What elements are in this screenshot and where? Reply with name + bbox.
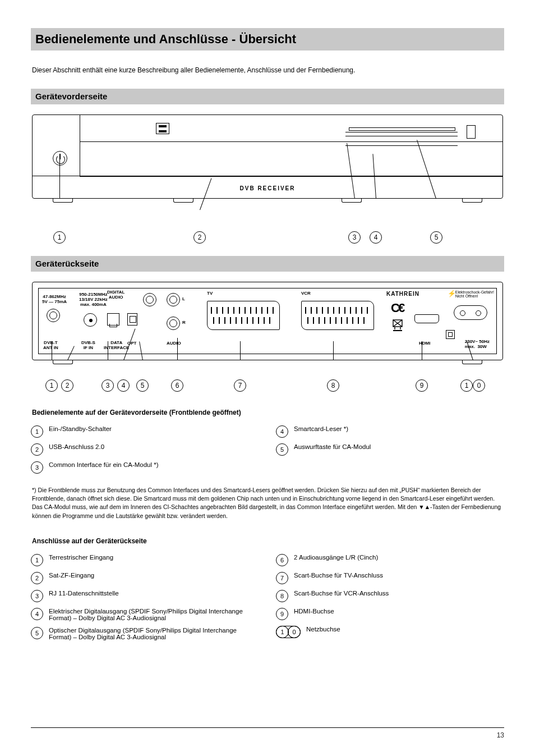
rear-callouts: 1 2 3 4 5 6 7 8 9 1 0 <box>32 360 503 392</box>
legend-row: 4Smartcard-Leser *) <box>276 425 504 438</box>
legend-number: 4 <box>31 608 43 620</box>
legend-row: 1Ein-/Standby-Schalter <box>31 425 259 438</box>
legend-number: 3 <box>31 590 43 602</box>
port-label: DIGITAL AUDIO <box>107 290 124 300</box>
callout-bubble: 2 <box>61 379 73 392</box>
legend-front-title: Bedienelemente auf der Gerätevorderseite… <box>32 409 503 416</box>
callout-bubble: 0 <box>473 379 485 392</box>
legend-text: RJ 11-Datenschnittstelle <box>49 590 259 597</box>
legend-number: 6 <box>276 554 288 566</box>
intro-text: Dieser Abschnitt enthält eine kurze Besc… <box>32 66 503 74</box>
legend-number: 4 <box>276 425 288 438</box>
legend-number: 9 <box>276 608 288 620</box>
legend-row: 62 Audioausgänge L/R (Cinch) <box>276 554 504 566</box>
legend-number: 1 <box>31 554 43 566</box>
legend-text: Netzbuchse <box>306 626 504 633</box>
legend-text: Elektrischer Digitalausgang (SPDIF Sony/… <box>49 608 259 621</box>
legend-row: 4Elektrischer Digitalausgang (SPDIF Sony… <box>31 608 259 621</box>
legend-row: 3Common Interface für ein CA-Modul *) <box>31 461 259 474</box>
legend-text: Smartcard-Leser *) <box>294 425 504 432</box>
mains-socket-icon <box>454 305 487 320</box>
callout-bubble: 6 <box>171 379 183 392</box>
rj11-port-icon <box>107 313 119 326</box>
legend-row: 2Sat-ZF-Eingang <box>31 572 259 584</box>
audio-port-icon <box>143 293 156 306</box>
hdmi-port-icon <box>414 314 439 323</box>
callout-bubble: 5 <box>430 231 442 244</box>
legend-number: 8 <box>276 590 288 602</box>
port-label: L <box>182 296 185 301</box>
legend-text: USB-Anschluss 2.0 <box>49 443 259 450</box>
callout-bubble: 3 <box>348 231 361 244</box>
callout-bubble: 1 <box>45 379 58 392</box>
legend-number: 7 <box>276 572 288 584</box>
power-button-icon <box>53 151 67 166</box>
device-label: DVB RECEIVER <box>239 185 295 191</box>
legend-row: 9HDMI-Buchse <box>276 608 504 620</box>
bolt-icon: ⚡ <box>448 290 456 297</box>
page-footer: 13 <box>31 727 504 739</box>
legend-text: Terrestrischer Eingang <box>49 554 259 561</box>
front-callouts: 1 2 3 4 5 <box>32 199 503 244</box>
callout-bubble: 7 <box>234 379 246 392</box>
spec-label: 47-862MHz 5V — 75mA <box>42 294 67 304</box>
ci-slot-icon <box>345 132 458 136</box>
legend-rear: Anschlüsse auf der Geräterückseite 1Terr… <box>31 537 504 646</box>
section-bar-rear: Geräterückseite <box>31 256 504 272</box>
page-number: 13 <box>497 731 504 739</box>
scart-tv-icon <box>207 301 280 330</box>
legend-row: 5Auswurftaste für CA-Modul <box>276 443 504 456</box>
scart-vcr-icon <box>301 301 374 330</box>
device-rear-illustration: 47-862MHz 5V — 75mA DVB-T ANT IN 950-215… <box>32 282 503 360</box>
spec-label: 950-2150MHz 13/18V 22kHz max. 400mA <box>79 292 108 307</box>
legend-row: 2USB-Anschluss 2.0 <box>31 443 259 456</box>
legend-row: 3RJ 11-Datenschnittstelle <box>31 590 259 602</box>
optical-port-icon <box>127 313 137 326</box>
legend-text: Common Interface für ein CA-Modul *) <box>49 461 259 468</box>
legend-front-note: *) Die Frontblende muss zur Benutzung de… <box>32 486 503 520</box>
dvbt-port-icon <box>47 309 60 322</box>
callout-bubble: 8 <box>327 379 339 392</box>
legend-text: Sat-ZF-Eingang <box>49 572 259 579</box>
callout-bubble: 1 <box>460 379 473 392</box>
legend-text: HDMI-Buchse <box>294 608 504 615</box>
port-label: R <box>182 320 186 325</box>
legend-text: Optischer Digitalausgang (SPDIF Sony/Phi… <box>49 627 259 640</box>
callout-bubble: 1 <box>53 231 66 244</box>
port-label: DVB-T ANT IN <box>43 340 58 350</box>
legend-row: 8Scart-Buchse für VCR-Anschluss <box>276 590 504 602</box>
brand-label: KATHREIN <box>386 291 419 297</box>
port-label: VCR <box>301 291 311 296</box>
dvbs-port-icon <box>84 313 97 327</box>
weee-icon <box>392 319 403 331</box>
legend-row: 7Scart-Buchse für TV-Anschluss <box>276 572 504 584</box>
port-label: HDMI <box>419 341 430 346</box>
legend-text: Ein-/Standby-Schalter <box>49 425 259 432</box>
callout-bubble: 5 <box>136 379 149 392</box>
page-title: Bedienelemente und Anschlüsse - Übersich… <box>31 28 504 51</box>
callout-bubble: 2 <box>193 231 206 244</box>
legend-row: 1Terrestrischer Eingang <box>31 554 259 566</box>
legend-text: Scart-Buchse für VCR-Anschluss <box>294 590 504 597</box>
usb-slot-icon <box>156 123 169 134</box>
callout-bubble: 4 <box>117 379 130 392</box>
eject-button-icon <box>467 125 476 139</box>
legend-text: Auswurftaste für CA-Modul <box>294 443 504 450</box>
legend-front: Bedienelemente auf der Gerätevorderseite… <box>31 409 504 520</box>
legend-number: 1 <box>31 425 43 438</box>
callout-bubble: 9 <box>416 379 428 392</box>
legend-number: 3 <box>31 461 43 474</box>
legend-row: 10Netzbuchse <box>276 626 504 638</box>
legend-text: Scart-Buchse für TV-Anschluss <box>294 572 504 579</box>
audio-r-port-icon <box>167 317 180 330</box>
class2-icon <box>446 330 455 339</box>
callout-bubble: 3 <box>102 379 114 392</box>
legend-text: 2 Audioausgänge L/R (Cinch) <box>294 554 504 561</box>
audio-l-port-icon <box>167 293 180 306</box>
callout-bubble: 4 <box>370 231 382 244</box>
port-label: TV <box>207 291 213 296</box>
section-bar-front: Gerätevorderseite <box>31 89 504 104</box>
port-label: AUDIO <box>167 341 181 346</box>
legend-number: 10 <box>276 626 301 638</box>
smartcard-slot-icon <box>345 145 458 146</box>
